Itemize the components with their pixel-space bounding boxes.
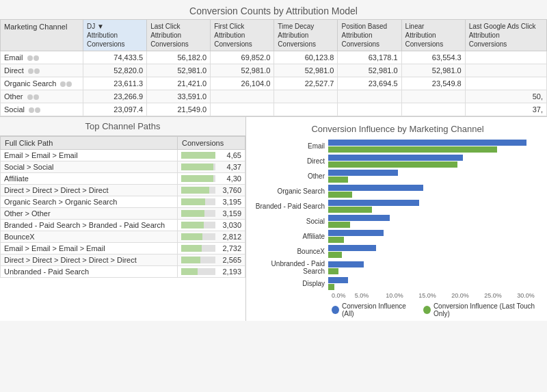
chart-area: EmailDirectOtherOrganic SearchBranded - … <box>253 140 542 290</box>
table-row: Direct 52,820.052,981.052,981.052,981.05… <box>1 64 547 77</box>
paths-col-conversions: Conversions <box>178 137 245 150</box>
col-header-timeDecay: Time DecayAttributionConversions <box>274 20 338 51</box>
chart-bar-group: Display <box>253 277 542 290</box>
chart-panel: Conversion Influence by Marketing Channe… <box>246 117 547 321</box>
list-item: Email > Email > Email > Email 2,732 <box>1 243 245 254</box>
chart-bar-group: BounceX <box>253 245 542 258</box>
list-item: Organic Search > Organic Search 3,195 <box>1 196 245 208</box>
chart-bar-group: Unbranded - Paid Search <box>253 260 542 275</box>
chart-legend: Conversion Influence (All)Conversion Inf… <box>332 302 542 317</box>
list-item: Unbranded - Paid Search 2,193 <box>1 266 245 278</box>
chart-bar-group: Direct <box>253 155 542 168</box>
list-item: Email > Email > Email 4,65 <box>1 150 245 161</box>
chart-bar-group: Branded - Paid Search <box>253 200 542 213</box>
chart-bar-group: Affiliate <box>253 230 542 243</box>
main-title: Conversion Counts by Attribution Model <box>0 0 547 19</box>
col-header-positionBased: Position BasedAttributionConversions <box>338 20 401 51</box>
list-item: BounceX 2,812 <box>1 231 245 243</box>
paths-table: Full Click Path Conversions Email > Emai… <box>0 136 245 278</box>
legend-item: Conversion Influence (Last Touch Only) <box>423 302 542 317</box>
bottom-section: Top Channel Paths Full Click Path Conver… <box>0 116 547 321</box>
paths-panel-title: Top Channel Paths <box>0 117 245 136</box>
chart-bar-group: Other <box>253 170 542 183</box>
x-axis: 0.0%5.0%10.0%15.0%20.0%25.0%30.0% <box>332 292 542 299</box>
list-item: Direct > Direct > Direct > Direct > Dire… <box>1 254 245 266</box>
list-item: Other > Other 3,159 <box>1 208 245 220</box>
table-row: Email 74,433.556,182.069,852.060,123.863… <box>1 51 547 64</box>
col-header-firstClick: First ClickAttributionConversions <box>211 20 274 51</box>
chart-title: Conversion Influence by Marketing Channe… <box>253 124 542 134</box>
list-item: Social > Social 4,37 <box>1 161 245 173</box>
table-row: Social 23,097.421,549.037, <box>1 103 547 116</box>
list-item: Affiliate 4,30 <box>1 173 245 185</box>
col-header-dj: DJ ▼AttributionConversions <box>83 20 147 51</box>
col-header-lastGoogle: Last Google Ads ClickAttributionConversi… <box>465 20 546 51</box>
list-item: Direct > Direct > Direct > Direct 3,760 <box>1 185 245 196</box>
col-header-channel: Marketing Channel <box>1 20 83 51</box>
col-header-lastClick: Last ClickAttributionConversions <box>147 20 211 51</box>
attribution-table: Marketing ChannelDJ ▼AttributionConversi… <box>0 19 547 116</box>
top-table-wrapper: Marketing ChannelDJ ▼AttributionConversi… <box>0 19 547 116</box>
chart-bar-group: Social <box>253 215 542 228</box>
paths-panel: Top Channel Paths Full Click Path Conver… <box>0 117 246 321</box>
table-row: Other 23,266.933,591.050, <box>1 90 547 103</box>
chart-bar-group: Email <box>253 140 542 153</box>
list-item: Branded - Paid Search > Branded - Paid S… <box>1 220 245 231</box>
legend-item: Conversion Influence (All) <box>332 302 413 317</box>
paths-col-path: Full Click Path <box>1 137 178 150</box>
col-header-linear: LinearAttributionConversions <box>401 20 465 51</box>
chart-bar-group: Organic Search <box>253 185 542 198</box>
table-row: Organic Search 23,611.321,421.026,104.02… <box>1 77 547 90</box>
